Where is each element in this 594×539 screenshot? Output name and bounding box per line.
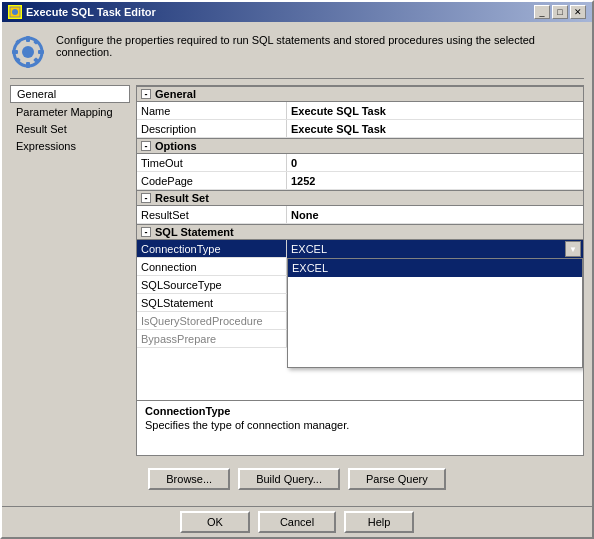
dropdown-item-ado[interactable]: ADO <box>288 313 582 331</box>
dropdown-item-ado-net[interactable]: ADO.NET <box>288 331 582 349</box>
window-title: Execute SQL Task Editor <box>26 6 156 18</box>
window-icon <box>8 5 22 19</box>
main-window: Execute SQL Task Editor _ □ ✕ <box>0 0 594 539</box>
prop-connectiontype-wrapper: EXCEL ▼ EXCEL OLE DB ODBC ADO ADO.NET SQ… <box>287 240 583 257</box>
prop-connectiontype-label: ConnectionType <box>137 240 287 257</box>
properties-table: - General Name Execute SQL Task Descript… <box>137 86 583 400</box>
section-resultset-label: Result Set <box>155 192 209 204</box>
expand-resultset-icon[interactable]: - <box>141 193 151 203</box>
description-text: Specifies the type of connection manager… <box>145 419 575 431</box>
svg-rect-4 <box>26 36 30 42</box>
header-description: Configure the properties required to run… <box>56 34 584 58</box>
expand-general-icon[interactable]: - <box>141 89 151 99</box>
table-row: ResultSet None <box>137 206 583 224</box>
section-options-label: Options <box>155 140 197 152</box>
dropdown-item-ole-db[interactable]: OLE DB <box>288 277 582 295</box>
prop-bypass-label: BypassPrepare <box>137 330 287 347</box>
svg-point-1 <box>12 9 18 15</box>
maximize-button[interactable]: □ <box>552 5 568 19</box>
svg-rect-6 <box>12 50 18 54</box>
table-row: ConnectionType EXCEL ▼ EXCEL OLE DB ODBC… <box>137 240 583 258</box>
help-button[interactable]: Help <box>344 511 414 533</box>
sidebar-item-result-set[interactable]: Result Set <box>10 121 130 137</box>
window-content: Configure the properties required to run… <box>2 22 592 502</box>
sidebar-item-general[interactable]: General <box>10 85 130 103</box>
action-button-row: Browse... Build Query... Parse Query <box>10 462 584 494</box>
description-panel: ConnectionType Specifies the type of con… <box>137 400 583 455</box>
main-panel: - General Name Execute SQL Task Descript… <box>136 85 584 456</box>
prop-name-label: Name <box>137 102 287 119</box>
connectiontype-dropdown-arrow[interactable]: ▼ <box>565 241 581 257</box>
dropdown-item-sqlmobile[interactable]: SQLMOBILE <box>288 349 582 367</box>
close-button[interactable]: ✕ <box>570 5 586 19</box>
section-options: - Options <box>137 138 583 154</box>
dropdown-item-excel[interactable]: EXCEL <box>288 259 582 277</box>
prop-codepage-label: CodePage <box>137 172 287 189</box>
title-bar: Execute SQL Task Editor _ □ ✕ <box>2 2 592 22</box>
description-title: ConnectionType <box>145 405 575 417</box>
section-sql-label: SQL Statement <box>155 226 234 238</box>
cancel-button[interactable]: Cancel <box>258 511 336 533</box>
section-general-label: General <box>155 88 196 100</box>
prop-codepage-value: 1252 <box>287 172 583 189</box>
minimize-button[interactable]: _ <box>534 5 550 19</box>
prop-description-label: Description <box>137 120 287 137</box>
table-row: Name Execute SQL Task <box>137 102 583 120</box>
prop-timeout-label: TimeOut <box>137 154 287 171</box>
prop-connection-label: Connection <box>137 258 287 275</box>
prop-connectiontype-value[interactable]: EXCEL <box>287 240 583 258</box>
table-row: TimeOut 0 <box>137 154 583 172</box>
sidebar-item-parameter-mapping[interactable]: Parameter Mapping <box>10 104 130 120</box>
section-result-set: - Result Set <box>137 190 583 206</box>
expand-options-icon[interactable]: - <box>141 141 151 151</box>
prop-sqlstatement-label: SQLStatement <box>137 294 287 311</box>
parse-query-button[interactable]: Parse Query <box>348 468 446 490</box>
expand-sql-icon[interactable]: - <box>141 227 151 237</box>
header-icon <box>10 34 46 70</box>
section-sql-statement: - SQL Statement <box>137 224 583 240</box>
connectiontype-dropdown: EXCEL OLE DB ODBC ADO ADO.NET SQLMOBILE <box>287 258 583 368</box>
svg-rect-7 <box>38 50 44 54</box>
svg-rect-5 <box>26 62 30 68</box>
sidebar-item-expressions[interactable]: Expressions <box>10 138 130 154</box>
svg-point-3 <box>22 46 34 58</box>
prop-name-value: Execute SQL Task <box>287 102 583 119</box>
table-row: CodePage 1252 <box>137 172 583 190</box>
prop-sqlsourcetype-label: SQLSourceType <box>137 276 287 293</box>
browse-button[interactable]: Browse... <box>148 468 230 490</box>
prop-isquery-label: IsQueryStoredProcedure <box>137 312 287 329</box>
prop-timeout-value: 0 <box>287 154 583 171</box>
bottom-button-row: OK Cancel Help <box>2 506 592 537</box>
title-bar-controls: _ □ ✕ <box>534 5 586 19</box>
build-query-button[interactable]: Build Query... <box>238 468 340 490</box>
prop-resultset-label: ResultSet <box>137 206 287 223</box>
section-general: - General <box>137 86 583 102</box>
prop-description-value: Execute SQL Task <box>287 120 583 137</box>
ok-button[interactable]: OK <box>180 511 250 533</box>
prop-resultset-value: None <box>287 206 583 223</box>
table-row: Description Execute SQL Task <box>137 120 583 138</box>
dropdown-item-odbc[interactable]: ODBC <box>288 295 582 313</box>
title-bar-left: Execute SQL Task Editor <box>8 5 156 19</box>
header-section: Configure the properties required to run… <box>10 30 584 79</box>
main-area: General Parameter Mapping Result Set Exp… <box>10 85 584 456</box>
sidebar: General Parameter Mapping Result Set Exp… <box>10 85 130 456</box>
